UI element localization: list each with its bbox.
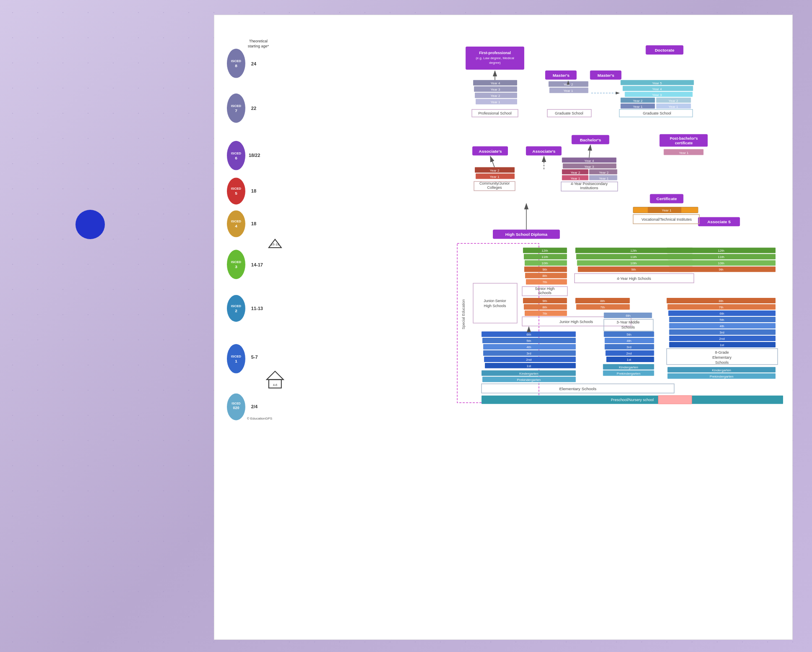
main-card: Theoretical starting age* ISCED 8 24 ISC… [214, 15, 793, 640]
svg-text:12th: 12th [718, 249, 724, 253]
svg-text:3rd: 3rd [719, 331, 724, 334]
svg-text:4th: 4th [720, 324, 724, 328]
svg-text:2nd: 2nd [719, 337, 725, 341]
svg-text:9th: 9th [631, 268, 636, 271]
svg-text:Master's: Master's [553, 73, 570, 78]
svg-text:Elementary Schools: Elementary Schools [559, 386, 596, 391]
svg-text:4: 4 [235, 224, 237, 228]
svg-text:18: 18 [251, 221, 256, 226]
svg-text:Professional School: Professional School [478, 111, 511, 115]
svg-text:Associate's: Associate's [532, 149, 555, 154]
svg-text:certificate: certificate [675, 141, 692, 145]
svg-text:2/4: 2/4 [251, 404, 258, 409]
svg-text:Year 3: Year 3 [652, 93, 662, 97]
svg-text:16-18: 16-18 [271, 243, 280, 246]
svg-rect-132 [473, 283, 517, 323]
svg-text:14-17: 14-17 [251, 262, 263, 267]
svg-text:© EducationGPS: © EducationGPS [247, 417, 272, 420]
svg-text:Year 1: Year 1 [633, 105, 643, 109]
svg-text:ISCED: ISCED [231, 219, 242, 223]
education-diagram: Theoretical starting age* ISCED 8 24 ISC… [214, 15, 792, 639]
svg-text:Prekindergarten: Prekindergarten [517, 378, 541, 382]
svg-rect-243 [658, 396, 692, 404]
svg-text:11th: 11th [541, 255, 548, 259]
svg-text:9th: 9th [542, 299, 547, 303]
svg-text:Certificate: Certificate [656, 196, 677, 201]
svg-line-246 [589, 145, 591, 158]
svg-text:4-Year High Schools: 4-Year High Schools [617, 276, 651, 281]
svg-text:9th: 9th [542, 268, 547, 271]
svg-text:12th: 12th [541, 249, 548, 253]
svg-text:18: 18 [251, 188, 256, 193]
svg-text:7th: 7th [542, 280, 547, 284]
svg-text:3-Year Middle: 3-Year Middle [617, 320, 640, 324]
svg-text:Year 4: Year 4 [584, 159, 594, 163]
svg-text:2nd: 2nd [526, 358, 531, 362]
svg-text:Year 2: Year 2 [491, 94, 500, 98]
svg-text:Prekindergarten: Prekindergarten [710, 375, 734, 378]
svg-text:10th: 10th [630, 261, 637, 265]
svg-text:22: 22 [251, 106, 256, 111]
svg-text:Year 1: Year 1 [662, 209, 671, 212]
svg-text:ISCED: ISCED [231, 260, 242, 264]
blue-circle-decoration [75, 210, 105, 239]
svg-text:5th: 5th [627, 333, 631, 336]
svg-text:starting age*: starting age* [248, 44, 269, 48]
svg-text:ISCED: ISCED [231, 355, 242, 358]
svg-text:Bachelor's: Bachelor's [580, 138, 601, 142]
svg-text:ISCED: ISCED [231, 151, 242, 155]
svg-text:24: 24 [251, 61, 257, 66]
svg-text:Institutions: Institutions [580, 186, 598, 190]
svg-text:1st: 1st [527, 364, 531, 368]
svg-text:Colleges: Colleges [487, 185, 502, 190]
svg-text:8th: 8th [542, 305, 547, 309]
svg-text:8-Grade: 8-Grade [715, 350, 729, 355]
svg-text:Junior High Schools: Junior High Schools [560, 320, 593, 324]
svg-text:5-7: 5-7 [251, 355, 258, 360]
svg-text:Kindergarten: Kindergarten [712, 368, 731, 372]
svg-text:7th: 7th [600, 305, 605, 309]
svg-text:Associate 5: Associate 5 [708, 219, 731, 224]
svg-text:Vocational/Technical Institute: Vocational/Technical Institutes [642, 217, 692, 222]
svg-text:7: 7 [235, 108, 237, 113]
svg-text:Year 5: Year 5 [652, 81, 662, 85]
svg-text:Year 1: Year 1 [491, 100, 500, 104]
svg-text:6th: 6th [720, 312, 724, 316]
svg-text:4th: 4th [627, 339, 631, 343]
svg-text:ISCED: ISCED [231, 304, 242, 308]
svg-text:2nd: 2nd [626, 352, 632, 355]
svg-text:Graduate School: Graduate School [643, 111, 671, 115]
svg-text:Year 3: Year 3 [491, 88, 500, 91]
svg-text:8: 8 [235, 63, 237, 68]
svg-text:Kindergarten: Kindergarten [519, 372, 539, 376]
svg-text:8th: 8th [542, 274, 547, 278]
svg-text:Year 2: Year 2 [490, 169, 500, 172]
svg-text:2: 2 [235, 308, 237, 313]
svg-text:Year 2: Year 2 [563, 83, 573, 86]
svg-text:(e.g. Law degree, Medical: (e.g. Law degree, Medical [476, 56, 514, 60]
svg-text:11th: 11th [630, 255, 637, 259]
svg-text:Year 3: Year 3 [584, 165, 594, 169]
svg-text:Special Education: Special Education [461, 299, 466, 329]
svg-text:Prekindergarten: Prekindergarten [617, 372, 640, 376]
svg-text:Schools: Schools [622, 325, 635, 329]
svg-text:Preschool/Nursery school: Preschool/Nursery school [611, 398, 653, 402]
svg-text:10th: 10th [718, 261, 724, 265]
svg-text:Junior-Senior: Junior-Senior [484, 299, 506, 303]
svg-text:6: 6 [235, 156, 237, 160]
svg-text:6th: 6th [626, 314, 630, 318]
svg-text:8th: 8th [600, 299, 605, 303]
svg-text:1st: 1st [720, 343, 724, 347]
svg-text:020: 020 [233, 406, 239, 410]
svg-text:Year 2: Year 2 [633, 99, 643, 103]
svg-text:Year 2: Year 2 [599, 171, 609, 175]
svg-text:Year 1: Year 1 [563, 89, 573, 93]
svg-text:8th: 8th [719, 299, 724, 303]
svg-text:4th: 4th [526, 345, 531, 349]
svg-line-244 [490, 156, 494, 167]
svg-text:1: 1 [235, 359, 237, 363]
svg-text:ISCED: ISCED [231, 104, 242, 108]
svg-text:Year 1: Year 1 [599, 177, 609, 180]
svg-text:ISCED: ISCED [231, 59, 242, 63]
svg-text:7th: 7th [719, 305, 724, 309]
